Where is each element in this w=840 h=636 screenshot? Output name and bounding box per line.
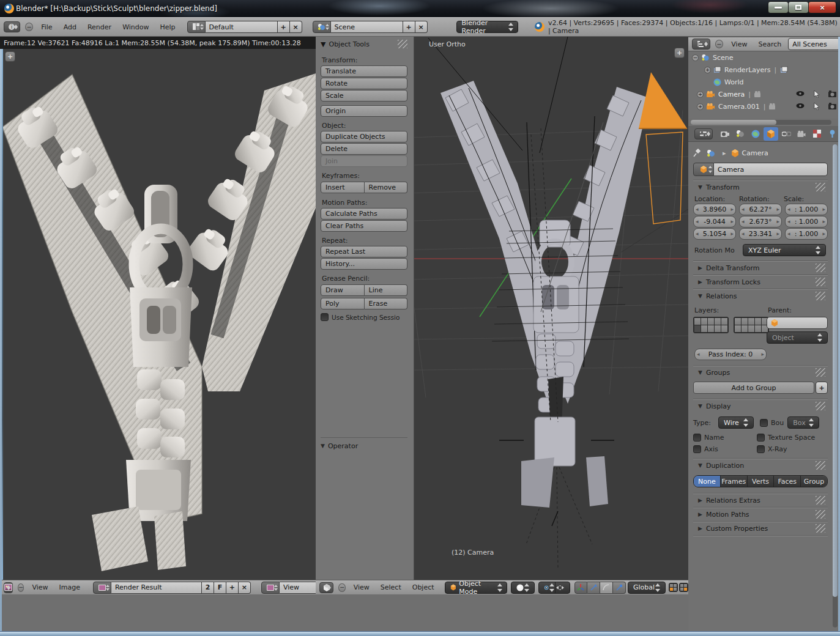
layers-widget[interactable] <box>669 583 688 592</box>
render-engine-dropdown[interactable]: Blender Render <box>456 21 518 33</box>
editor-type-info-button[interactable]: i <box>4 21 20 32</box>
rotation-mode-dropdown[interactable]: XYZ Euler <box>743 244 826 256</box>
outliner-editor-type-button[interactable] <box>692 39 710 50</box>
grease-poly-button[interactable]: Poly <box>321 298 365 309</box>
menu-add[interactable]: Add <box>58 23 82 31</box>
duplication-panel-header[interactable]: ▼ Duplication <box>693 459 828 472</box>
outliner-menu-view[interactable]: View <box>726 40 753 48</box>
menu-render[interactable]: Render <box>82 23 117 31</box>
origin-button[interactable]: Origin <box>321 105 407 117</box>
view-mode-icon[interactable] <box>261 582 280 594</box>
insert-keyframe-button[interactable]: Insert <box>321 182 365 193</box>
rotation-y-field[interactable]: ◂2.673°▸ <box>739 216 782 227</box>
repeat-last-button[interactable]: Repeat Last <box>321 246 407 257</box>
duplication-faces-button[interactable]: Faces <box>774 476 801 487</box>
name-checkbox[interactable] <box>693 434 701 442</box>
menu-window[interactable]: Window <box>117 23 154 31</box>
minimize-button[interactable] <box>768 1 789 13</box>
viewport-menu-object[interactable]: Object <box>407 583 440 591</box>
menu-help[interactable]: Help <box>155 23 181 31</box>
screen-layout-icon[interactable] <box>187 21 206 33</box>
outliner-row-world[interactable]: World <box>688 76 840 88</box>
render-image[interactable]: + <box>0 49 316 580</box>
delete-button[interactable]: Delete <box>321 143 407 155</box>
region-expand-button[interactable]: + <box>5 51 15 62</box>
bounds-checkbox[interactable] <box>760 419 768 427</box>
viewport-canvas[interactable]: z y x User Ortho (12) Camera + ▼ Object … <box>316 37 688 580</box>
add-to-group-button[interactable]: Add to Group <box>693 382 814 394</box>
tab-object[interactable] <box>764 127 778 141</box>
tab-constraints[interactable] <box>779 127 794 141</box>
breadcrumb-object-name[interactable]: Camera <box>742 149 768 157</box>
manipulator-toggle-button[interactable] <box>574 582 587 594</box>
screen-layout-field[interactable]: Default <box>206 21 278 33</box>
translate-button[interactable]: Translate <box>321 65 407 77</box>
pivot-dropdown[interactable] <box>538 582 570 594</box>
groups-panel-header[interactable]: ▼ Groups <box>693 366 828 379</box>
image-unlink-button[interactable]: × <box>239 582 251 594</box>
expand-plus-icon[interactable]: + <box>697 103 704 110</box>
outliner-collapse-icon[interactable]: − <box>715 40 724 48</box>
renderability-camera-icon[interactable] <box>828 103 836 109</box>
scene-add-button[interactable]: + <box>403 21 415 33</box>
selectability-cursor-icon[interactable] <box>814 103 820 110</box>
remove-keyframe-button[interactable]: Remove <box>365 182 408 193</box>
properties-scrollbar[interactable] <box>833 144 838 627</box>
texture-space-checkbox[interactable] <box>757 434 765 442</box>
visibility-eye-icon[interactable] <box>796 91 805 97</box>
maximize-button[interactable] <box>788 1 809 13</box>
parent-type-dropdown[interactable]: Object <box>767 331 828 344</box>
pin-icon[interactable] <box>693 149 702 157</box>
object-tools-panel-header[interactable]: ▼ Object Tools <box>321 37 407 51</box>
scale-manipulator-button[interactable] <box>613 582 626 594</box>
scale-button[interactable]: Scale <box>321 90 407 102</box>
tab-physics[interactable] <box>825 127 839 141</box>
outliner-row-renderlayers[interactable]: + RenderLayers | <box>688 64 840 76</box>
renderability-camera-icon[interactable] <box>828 91 836 97</box>
pivot-align-toggle[interactable] <box>555 582 565 593</box>
selectability-cursor-icon[interactable] <box>814 91 820 98</box>
expand-plus-icon[interactable]: + <box>704 67 711 73</box>
breadcrumb-scene-icon[interactable] <box>707 149 715 157</box>
draw-type-dropdown[interactable]: Wire <box>718 416 754 429</box>
mode-dropdown[interactable]: Object Mode <box>445 582 507 594</box>
axis-checkbox[interactable] <box>693 445 701 453</box>
duplication-group-button[interactable]: Group <box>801 476 827 487</box>
viewport-menu-view[interactable]: View <box>348 583 375 591</box>
grease-line-button[interactable]: Line <box>365 284 408 296</box>
clear-paths-button[interactable]: Clear Paths <box>321 220 407 232</box>
image-datablock-icon[interactable] <box>93 582 111 594</box>
image-new-button[interactable]: + <box>226 582 239 594</box>
join-button[interactable]: Join <box>321 155 407 167</box>
duplicate-objects-button[interactable]: Duplicate Objects <box>321 131 407 142</box>
grease-draw-button[interactable]: Draw <box>321 284 365 296</box>
outliner-scrollbar[interactable] <box>691 120 831 125</box>
transform-panel-header[interactable]: ▼ Transform <box>693 180 828 194</box>
scenes-filter-dropdown[interactable]: All Scenes <box>788 38 840 50</box>
menu-file[interactable]: File <box>35 23 58 31</box>
scale-z-field[interactable]: ◂: 1.000▸ <box>785 228 828 240</box>
image-menu-image[interactable]: Image <box>54 583 86 591</box>
xray-checkbox[interactable] <box>757 445 765 453</box>
outliner-row-scene[interactable]: − Scene <box>688 51 840 64</box>
outliner-row-camera-001[interactable]: + Camera.001 | <box>688 100 840 113</box>
expand-plus-icon[interactable]: + <box>697 91 704 98</box>
rotate-manipulator-button[interactable] <box>600 582 613 594</box>
operator-panel-header[interactable]: ▼ Operator <box>321 437 407 453</box>
viewport-editor-type-button[interactable] <box>319 582 333 593</box>
header-collapse-icon[interactable]: − <box>25 23 33 31</box>
display-panel-header[interactable]: ▼ Display <box>693 399 828 413</box>
calculate-paths-button[interactable]: Calculate Paths <box>321 208 407 220</box>
parent-field[interactable] <box>767 317 828 329</box>
tab-object-data[interactable] <box>794 127 809 141</box>
bounds-type-dropdown[interactable]: Box <box>787 416 819 429</box>
scale-y-field[interactable]: ◂: 1.000▸ <box>785 216 828 227</box>
image-header-collapse-icon[interactable]: − <box>18 583 24 592</box>
relations-panel-header[interactable]: ▼ Relations <box>693 289 828 303</box>
outliner-menu-search[interactable]: Search <box>753 40 787 48</box>
translate-manipulator-button[interactable] <box>587 582 600 594</box>
pass-index-field[interactable]: ◂Pass Index: 0▸ <box>694 349 767 360</box>
custom-properties-panel-header[interactable]: ▶ Custom Properties <box>693 522 828 535</box>
scale-x-field[interactable]: ◂: 1.000▸ <box>785 204 828 215</box>
scene-delete-button[interactable]: × <box>415 21 428 33</box>
